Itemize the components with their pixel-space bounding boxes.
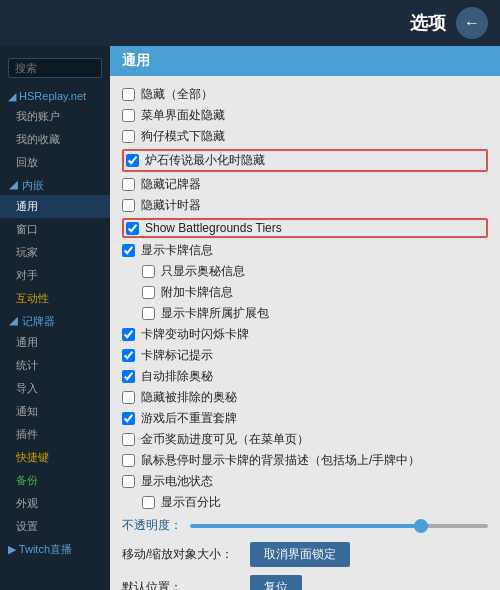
default-pos-label: 默认位置： [122,579,242,590]
cb-only-secret[interactable] [142,265,155,278]
sidebar-item-tracker-general[interactable]: 通用 [0,331,110,354]
back-button[interactable]: ← [456,7,488,39]
hsreplay-section-label: ◢ HSReplay.net [8,90,86,103]
cb-no-reset-deck[interactable] [122,412,135,425]
checkbox-gold-reward: 金币奖励进度可见（在菜单页） [122,429,488,450]
cb-card-mark[interactable] [122,349,135,362]
move-scale-row: 移动/缩放对象大小： 取消界面锁定 [122,538,488,571]
sidebar-item-collection[interactable]: 我的收藏 [0,128,110,151]
checkbox-show-expansion: 显示卡牌所属扩展包 [142,303,488,324]
sidebar-section-hsreplay: ◢ HSReplay.net [0,86,110,105]
cb-show-percent[interactable] [142,496,155,509]
default-pos-row: 默认位置： 复位 [122,571,488,590]
checkbox-no-reset-deck: 游戏后不重置套牌 [122,408,488,429]
sidebar-item-settings[interactable]: 设置 [0,515,110,538]
checkbox-hide-spectate: 狗仔模式下隐藏 [122,126,488,147]
sidebar-item-import[interactable]: 导入 [0,377,110,400]
sidebar-item-window[interactable]: 窗口 [0,218,110,241]
sidebar-item-appearance[interactable]: 外观 [0,492,110,515]
sidebar-item-plugin[interactable]: 插件 [0,423,110,446]
content-body: 隐藏（全部） 菜单界面处隐藏 狗仔模式下隐藏 炉石传说最小化时隐藏 [110,76,500,590]
search-container [0,54,110,86]
search-input[interactable] [8,58,102,78]
checkbox-only-secret: 只显示奥秘信息 [142,261,488,282]
cb-show-card-info[interactable] [122,244,135,257]
twitch-section-label: ▶ Twitch直播 [8,542,72,557]
reset-button[interactable]: 复位 [250,575,302,590]
tracker-section-label: ◢ 记牌器 [8,314,55,329]
sidebar-item-account[interactable]: 我的账户 [0,105,110,128]
sidebar-item-interaction[interactable]: 互动性 [0,287,110,310]
sidebar-item-hotkeys[interactable]: 快捷键 [0,446,110,469]
cb-show-battery[interactable] [122,475,135,488]
cb-extra-card-info[interactable] [142,286,155,299]
sidebar-item-notify[interactable]: 通知 [0,400,110,423]
sidebar-item-general[interactable]: 通用 [0,195,110,218]
cb-auto-exclude-secret[interactable] [122,370,135,383]
checkbox-hide-timer: 隐藏计时器 [122,195,488,216]
sidebar-item-stats[interactable]: 统计 [0,354,110,377]
cb-show-bg-tiers[interactable] [126,222,139,235]
move-scale-label: 移动/缩放对象大小： [122,546,242,563]
checkbox-show-battery: 显示电池状态 [122,471,488,492]
app-container: 选项 ← ◢ HSReplay.net 我的账户 我的收藏 回放 ◢ 内嵌 通用… [0,0,500,590]
cb-hide-minimized[interactable] [126,154,139,167]
checkbox-auto-exclude-secret: 自动排除奥秘 [122,366,488,387]
opacity-label: 不透明度： [122,517,182,534]
sidebar-item-backup[interactable]: 备份 [0,469,110,492]
cb-gold-reward[interactable] [122,433,135,446]
checkbox-hide-minimized: 炉石传说最小化时隐藏 [122,149,488,172]
cb-hide-timer[interactable] [122,199,135,212]
cb-show-expansion[interactable] [142,307,155,320]
cb-hide-all[interactable] [122,88,135,101]
unlock-ui-button[interactable]: 取消界面锁定 [250,542,350,567]
header: 选项 ← [0,0,500,46]
cb-hide-spectate[interactable] [122,130,135,143]
main-layout: ◢ HSReplay.net 我的账户 我的收藏 回放 ◢ 内嵌 通用 窗口 玩… [0,46,500,590]
checkbox-hide-excluded-secret: 隐藏被排除的奥秘 [122,387,488,408]
opacity-slider-thumb[interactable] [414,519,428,533]
checkbox-hide-all: 隐藏（全部） [122,84,488,105]
embed-section-label: ◢ 内嵌 [8,178,44,193]
checkbox-hover-bg-desc: 鼠标悬停时显示卡牌的背景描述（包括场上/手牌中） [122,450,488,471]
opacity-slider[interactable] [190,524,488,528]
opacity-row: 不透明度： [122,513,488,538]
cb-hide-menu[interactable] [122,109,135,122]
checkbox-extra-card-info: 附加卡牌信息 [142,282,488,303]
content-area: 通用 隐藏（全部） 菜单界面处隐藏 狗仔模式下隐藏 [110,46,500,590]
checkbox-show-bg-tiers: Show Battlegrounds Tiers [122,218,488,238]
cb-hide-tracker[interactable] [122,178,135,191]
content-title: 通用 [110,46,500,76]
cb-hover-bg-desc[interactable] [122,454,135,467]
sidebar-item-replay[interactable]: 回放 [0,151,110,174]
sidebar-section-twitch: ▶ Twitch直播 [0,538,110,559]
checkbox-hide-menu: 菜单界面处隐藏 [122,105,488,126]
page-title: 选项 [410,11,446,35]
sidebar: ◢ HSReplay.net 我的账户 我的收藏 回放 ◢ 内嵌 通用 窗口 玩… [0,46,110,590]
sidebar-item-opponent[interactable]: 对手 [0,264,110,287]
sidebar-section-tracker: ◢ 记牌器 [0,310,110,331]
cb-hide-excluded-secret[interactable] [122,391,135,404]
checkbox-flash-card: 卡牌变动时闪烁卡牌 [122,324,488,345]
cb-flash-card[interactable] [122,328,135,341]
sidebar-item-player[interactable]: 玩家 [0,241,110,264]
checkbox-card-mark: 卡牌标记提示 [122,345,488,366]
sidebar-section-embed: ◢ 内嵌 [0,174,110,195]
checkbox-show-card-info: 显示卡牌信息 [122,240,488,261]
checkbox-hide-tracker: 隐藏记牌器 [122,174,488,195]
checkbox-show-percent: 显示百分比 [142,492,488,513]
